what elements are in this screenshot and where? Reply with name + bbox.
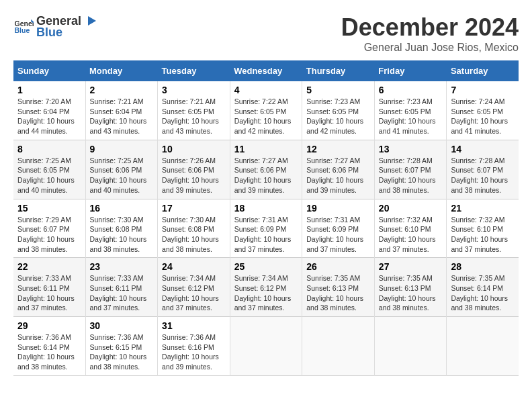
calendar-cell: 13Sunrise: 7:28 AMSunset: 6:07 PMDayligh… (374, 140, 447, 199)
col-friday: Friday (374, 60, 447, 81)
day-number: 7 (451, 85, 515, 95)
calendar-cell (374, 317, 447, 376)
col-thursday: Thursday (302, 60, 375, 81)
day-number: 10 (162, 144, 226, 154)
calendar-cell: 11Sunrise: 7:27 AMSunset: 6:06 PMDayligh… (230, 140, 302, 199)
day-number: 20 (379, 203, 443, 214)
calendar-cell: 31Sunrise: 7:36 AMSunset: 6:16 PMDayligh… (158, 317, 230, 376)
day-number: 11 (234, 144, 298, 154)
day-info: Sunrise: 7:25 AMSunset: 6:06 PMDaylight:… (90, 156, 154, 195)
calendar-cell: 2Sunrise: 7:21 AMSunset: 6:04 PMDaylight… (85, 81, 158, 140)
day-info: Sunrise: 7:20 AMSunset: 6:04 PMDaylight:… (17, 97, 81, 136)
day-info: Sunrise: 7:33 AMSunset: 6:11 PMDaylight:… (17, 273, 81, 313)
day-info: Sunrise: 7:23 AMSunset: 6:05 PMDaylight:… (306, 97, 370, 136)
day-info: Sunrise: 7:29 AMSunset: 6:07 PMDaylight:… (17, 215, 81, 255)
calendar-week-row: 22Sunrise: 7:33 AMSunset: 6:11 PMDayligh… (13, 258, 519, 317)
day-number: 6 (379, 85, 443, 95)
logo: General Blue General Blue (13, 13, 97, 40)
calendar-cell: 12Sunrise: 7:27 AMSunset: 6:06 PMDayligh… (302, 140, 375, 199)
day-number: 28 (451, 261, 515, 272)
col-sunday: Sunday (13, 60, 85, 81)
calendar-cell: 30Sunrise: 7:36 AMSunset: 6:15 PMDayligh… (85, 317, 158, 376)
day-number: 24 (162, 261, 226, 272)
calendar-cell: 27Sunrise: 7:35 AMSunset: 6:13 PMDayligh… (374, 258, 447, 317)
calendar-title: December 2024 (341, 13, 519, 42)
day-info: Sunrise: 7:22 AMSunset: 6:05 PMDaylight:… (234, 97, 298, 136)
day-info: Sunrise: 7:35 AMSunset: 6:13 PMDaylight:… (306, 273, 370, 313)
day-number: 17 (162, 203, 226, 214)
calendar-cell: 10Sunrise: 7:26 AMSunset: 6:06 PMDayligh… (158, 140, 230, 199)
day-info: Sunrise: 7:30 AMSunset: 6:08 PMDaylight:… (162, 215, 226, 255)
day-info: Sunrise: 7:24 AMSunset: 6:05 PMDaylight:… (451, 97, 515, 136)
calendar-cell: 26Sunrise: 7:35 AMSunset: 6:13 PMDayligh… (302, 258, 375, 317)
col-tuesday: Tuesday (158, 60, 230, 81)
day-number: 30 (90, 320, 154, 331)
day-info: Sunrise: 7:36 AMSunset: 6:15 PMDaylight:… (90, 332, 154, 372)
day-info: Sunrise: 7:31 AMSunset: 6:09 PMDaylight:… (234, 215, 298, 255)
calendar-cell: 25Sunrise: 7:34 AMSunset: 6:12 PMDayligh… (230, 258, 302, 317)
calendar-cell: 8Sunrise: 7:25 AMSunset: 6:05 PMDaylight… (13, 140, 85, 199)
day-info: Sunrise: 7:21 AMSunset: 6:04 PMDaylight:… (90, 97, 154, 136)
day-number: 27 (379, 261, 443, 272)
header: General Blue General Blue December 2024 … (13, 13, 519, 54)
calendar-cell: 28Sunrise: 7:35 AMSunset: 6:14 PMDayligh… (447, 258, 519, 317)
day-info: Sunrise: 7:27 AMSunset: 6:06 PMDaylight:… (306, 156, 370, 195)
day-number: 2 (90, 85, 154, 95)
calendar-cell: 3Sunrise: 7:21 AMSunset: 6:05 PMDaylight… (158, 81, 230, 140)
calendar-cell: 16Sunrise: 7:30 AMSunset: 6:08 PMDayligh… (85, 199, 158, 258)
day-info: Sunrise: 7:21 AMSunset: 6:05 PMDaylight:… (162, 97, 226, 136)
calendar-cell: 1Sunrise: 7:20 AMSunset: 6:04 PMDaylight… (13, 81, 85, 140)
calendar-cell: 19Sunrise: 7:31 AMSunset: 6:09 PMDayligh… (302, 199, 375, 258)
day-info: Sunrise: 7:26 AMSunset: 6:06 PMDaylight:… (162, 156, 226, 195)
day-info: Sunrise: 7:31 AMSunset: 6:09 PMDaylight:… (306, 215, 370, 255)
day-number: 31 (162, 320, 226, 331)
day-info: Sunrise: 7:27 AMSunset: 6:06 PMDaylight:… (234, 156, 298, 195)
day-info: Sunrise: 7:35 AMSunset: 6:14 PMDaylight:… (451, 273, 515, 313)
calendar-cell (447, 317, 519, 376)
calendar-week-row: 1Sunrise: 7:20 AMSunset: 6:04 PMDaylight… (13, 81, 519, 140)
calendar-subtitle: General Juan Jose Rios, Mexico (341, 42, 519, 54)
calendar-cell: 5Sunrise: 7:23 AMSunset: 6:05 PMDaylight… (302, 81, 375, 140)
day-number: 22 (17, 261, 81, 272)
day-info: Sunrise: 7:25 AMSunset: 6:05 PMDaylight:… (17, 156, 81, 195)
day-number: 14 (451, 144, 515, 154)
calendar-cell: 6Sunrise: 7:23 AMSunset: 6:05 PMDaylight… (374, 81, 447, 140)
day-info: Sunrise: 7:23 AMSunset: 6:05 PMDaylight:… (379, 97, 443, 136)
day-info: Sunrise: 7:30 AMSunset: 6:08 PMDaylight:… (90, 215, 154, 255)
calendar-cell: 20Sunrise: 7:32 AMSunset: 6:10 PMDayligh… (374, 199, 447, 258)
calendar-cell: 23Sunrise: 7:33 AMSunset: 6:11 PMDayligh… (85, 258, 158, 317)
svg-marker-3 (88, 16, 96, 26)
day-info: Sunrise: 7:34 AMSunset: 6:12 PMDaylight:… (234, 273, 298, 313)
calendar-cell: 29Sunrise: 7:36 AMSunset: 6:14 PMDayligh… (13, 317, 85, 376)
day-info: Sunrise: 7:33 AMSunset: 6:11 PMDaylight:… (90, 273, 154, 313)
title-area: December 2024 General Juan Jose Rios, Me… (341, 13, 519, 54)
calendar-cell: 7Sunrise: 7:24 AMSunset: 6:05 PMDaylight… (447, 81, 519, 140)
day-info: Sunrise: 7:28 AMSunset: 6:07 PMDaylight:… (451, 156, 515, 195)
col-saturday: Saturday (447, 60, 519, 81)
col-monday: Monday (85, 60, 158, 81)
calendar-cell: 24Sunrise: 7:34 AMSunset: 6:12 PMDayligh… (158, 258, 230, 317)
logo-arrow-icon (83, 13, 97, 28)
calendar-cell: 14Sunrise: 7:28 AMSunset: 6:07 PMDayligh… (447, 140, 519, 199)
day-number: 18 (234, 203, 298, 214)
day-info: Sunrise: 7:32 AMSunset: 6:10 PMDaylight:… (451, 215, 515, 255)
svg-text:Blue: Blue (15, 26, 30, 34)
calendar-cell (230, 317, 302, 376)
calendar-table: Sunday Monday Tuesday Wednesday Thursday… (13, 60, 519, 376)
logo-icon: General Blue (13, 17, 34, 37)
day-number: 26 (306, 261, 370, 272)
day-number: 8 (17, 144, 81, 154)
day-number: 16 (90, 203, 154, 214)
page-container: General Blue General Blue December 2024 … (13, 13, 519, 376)
day-number: 9 (90, 144, 154, 154)
calendar-cell: 22Sunrise: 7:33 AMSunset: 6:11 PMDayligh… (13, 258, 85, 317)
day-info: Sunrise: 7:36 AMSunset: 6:14 PMDaylight:… (17, 332, 81, 372)
day-number: 5 (306, 85, 370, 95)
day-number: 15 (17, 203, 81, 214)
day-number: 1 (17, 85, 81, 95)
day-info: Sunrise: 7:28 AMSunset: 6:07 PMDaylight:… (379, 156, 443, 195)
day-info: Sunrise: 7:34 AMSunset: 6:12 PMDaylight:… (162, 273, 226, 313)
calendar-cell: 9Sunrise: 7:25 AMSunset: 6:06 PMDaylight… (85, 140, 158, 199)
calendar-cell: 15Sunrise: 7:29 AMSunset: 6:07 PMDayligh… (13, 199, 85, 258)
day-number: 25 (234, 261, 298, 272)
